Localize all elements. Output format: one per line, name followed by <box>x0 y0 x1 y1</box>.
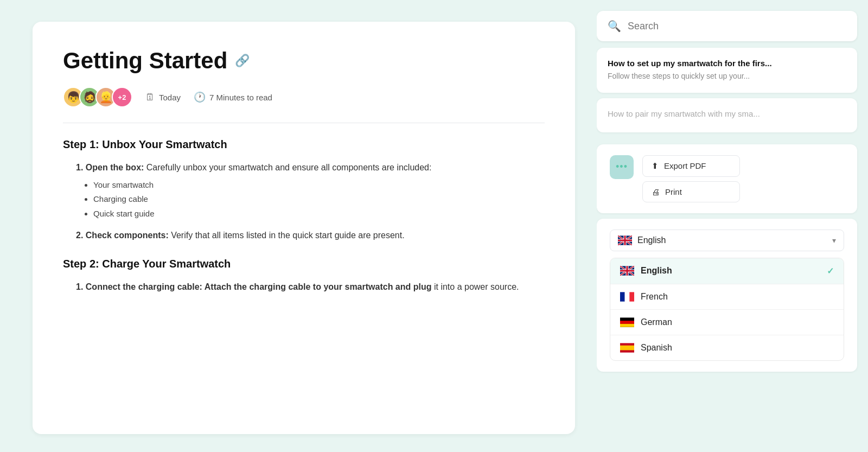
print-icon: 🖨 <box>652 187 660 196</box>
svg-rect-2 <box>620 292 625 301</box>
dots-icon: ••• <box>616 161 628 173</box>
lang-french[interactable]: French <box>610 284 844 310</box>
meta-date: 🗓 Today <box>145 92 181 103</box>
step2-item1-label: Connect the charging cable: Attach the c… <box>86 282 432 291</box>
action-card: ••• ⬆ Export PDF 🖨 Print <box>597 144 857 213</box>
de-flag-icon <box>620 317 634 327</box>
step1-item1-text: Carefully unbox your smartwatch and ensu… <box>146 163 432 172</box>
step1-item1-num: 1. <box>76 163 86 172</box>
article-title: Getting Started <box>63 48 227 74</box>
es-flag-icon <box>620 343 634 353</box>
chevron-down-icon: ▾ <box>832 236 836 245</box>
sidebar-article-2-title: How to pair my smartwatch with my sma... <box>608 109 846 118</box>
lang-spanish[interactable]: Spanish <box>610 335 844 360</box>
svg-rect-3 <box>625 292 630 301</box>
avatars: 👦 🧔 👱 +2 <box>63 87 132 107</box>
svg-rect-9 <box>620 345 634 350</box>
lang-french-label: French <box>641 292 668 302</box>
uk-flag-icon-dropdown <box>620 266 634 276</box>
svg-rect-7 <box>620 323 634 327</box>
search-icon: 🔍 <box>608 20 621 33</box>
step1-bullets: Your smartwatch Charging cable Quick sta… <box>76 179 545 220</box>
language-card: English ▾ English ✓ <box>597 219 857 372</box>
action-buttons: ⬆ Export PDF 🖨 Print <box>642 155 844 202</box>
sidebar-articles: How to set up my smartwatch for the firs… <box>597 41 868 144</box>
link-icon[interactable]: 🔗 <box>235 54 250 68</box>
bullet-charging: Charging cable <box>93 193 545 206</box>
svg-rect-4 <box>629 292 634 301</box>
divider <box>63 123 545 123</box>
article-card: Getting Started 🔗 👦 🧔 👱 +2 🗓 Today 🕐 7 M… <box>33 22 575 434</box>
lang-german[interactable]: German <box>610 310 844 335</box>
bullet-smartwatch: Your smartwatch <box>93 179 545 192</box>
step1-item-2: 2. Check components: Verify that all ite… <box>63 228 545 243</box>
action-bubble: ••• <box>610 155 634 179</box>
selected-language-label: English <box>637 235 666 245</box>
svg-rect-6 <box>620 321 634 324</box>
export-pdf-button[interactable]: ⬆ Export PDF <box>642 155 740 177</box>
lang-english-label: English <box>641 266 672 276</box>
main-content: Getting Started 🔗 👦 🧔 👱 +2 🗓 Today 🕐 7 M… <box>0 0 597 452</box>
step1-list: 1. Open the box: Carefully unbox your sm… <box>63 161 545 243</box>
fr-flag-icon <box>620 292 634 302</box>
step1-item2-text: Verify that all items listed in the quic… <box>171 231 404 240</box>
step2-list: 1. Connect the charging cable: Attach th… <box>63 280 545 294</box>
export-icon: ⬆ <box>652 161 659 171</box>
lang-german-label: German <box>641 317 672 327</box>
lang-spanish-label: Spanish <box>641 343 672 353</box>
language-dropdown: English ✓ French German <box>610 258 844 361</box>
language-selector[interactable]: English ▾ <box>610 230 844 251</box>
sidebar: 🔍 How to set up my smartwatch for the fi… <box>597 0 868 452</box>
clock-icon: 🕐 <box>194 91 206 103</box>
article-title-row: Getting Started 🔗 <box>63 48 545 74</box>
sidebar-article-1-desc: Follow these steps to quickly set up you… <box>608 71 846 82</box>
step1-item2-num: 2. <box>76 231 86 240</box>
search-bar[interactable]: 🔍 <box>597 11 857 41</box>
calendar-icon: 🗓 <box>145 92 155 103</box>
check-icon: ✓ <box>827 266 834 276</box>
sidebar-article-1[interactable]: How to set up my smartwatch for the firs… <box>597 48 857 93</box>
print-button[interactable]: 🖨 Print <box>642 181 740 202</box>
step2-item-1: 1. Connect the charging cable: Attach th… <box>63 280 545 294</box>
article-meta: 👦 🧔 👱 +2 🗓 Today 🕐 7 Minutes to read <box>63 87 545 107</box>
step1-heading: Step 1: Unbox Your Smartwatch <box>63 138 545 151</box>
bullet-guide: Quick start guide <box>93 208 545 220</box>
step2-item1-num: 1. <box>76 282 86 291</box>
step2-heading: Step 2: Charge Your Smartwatch <box>63 258 545 270</box>
step1-item1-label: Open the box: <box>86 163 144 172</box>
language-selector-inner: English <box>618 235 666 245</box>
step1-item2-label: Check components: <box>86 231 169 240</box>
step1-item-1: 1. Open the box: Carefully unbox your sm… <box>63 161 545 220</box>
sidebar-article-2[interactable]: How to pair my smartwatch with my sma... <box>597 98 857 132</box>
search-input[interactable] <box>628 21 846 32</box>
sidebar-article-1-title: How to set up my smartwatch for the firs… <box>608 59 846 68</box>
lang-english[interactable]: English ✓ <box>610 258 844 284</box>
uk-flag-icon <box>618 235 632 245</box>
meta-read-time: 🕐 7 Minutes to read <box>194 91 272 103</box>
avatar-count: +2 <box>112 87 132 107</box>
step2-item1-text: it into a power source. <box>434 282 519 291</box>
